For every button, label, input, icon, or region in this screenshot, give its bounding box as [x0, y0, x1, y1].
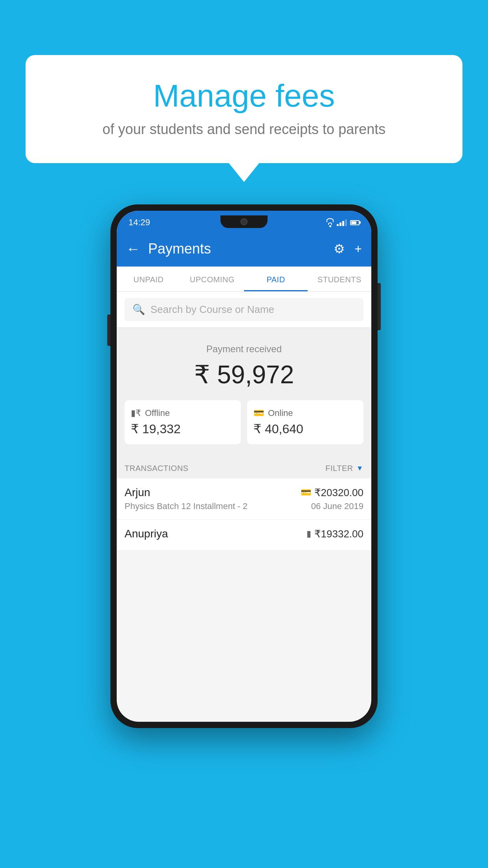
signal-bar-3	[342, 221, 344, 226]
wifi-arc-small	[328, 223, 332, 225]
transaction-amount-arjun: ₹20320.00	[314, 487, 363, 499]
settings-icon[interactable]: ⚙	[334, 241, 345, 256]
app-header: ← Payments ⚙ +	[117, 231, 371, 267]
phone-notch	[220, 215, 268, 228]
bubble-title: Manage fees	[45, 79, 443, 113]
phone-container: 14:29	[110, 204, 378, 728]
bubble-subtitle: of your students and send receipts to pa…	[45, 121, 443, 138]
filter-label: FILTER	[325, 464, 353, 473]
battery-icon	[350, 220, 360, 225]
signal-bars	[337, 219, 347, 226]
transaction-course-arjun: Physics Batch 12 Installment - 2	[125, 501, 248, 511]
transactions-label: TRANSACTIONS	[125, 464, 189, 473]
filter-button[interactable]: FILTER ▼	[325, 464, 363, 473]
transaction-amount-anupriya: ₹19332.00	[314, 528, 363, 540]
transaction-item-anupriya[interactable]: Anupriya ▮ ₹19332.00	[117, 520, 371, 551]
transaction-row2: Physics Batch 12 Installment - 2 06 June…	[125, 501, 363, 511]
transaction-name-anupriya: Anupriya	[125, 528, 168, 540]
status-icons	[327, 218, 360, 227]
online-card-header: 💳 Online	[253, 408, 357, 418]
tab-upcoming[interactable]: UPCOMING	[180, 267, 244, 291]
online-label: Online	[268, 408, 293, 418]
back-button[interactable]: ←	[126, 241, 140, 257]
battery-tip	[360, 221, 361, 224]
transaction-payment-icon-online: 💳	[301, 487, 311, 498]
camera	[240, 218, 248, 225]
tabs-container: UNPAID UPCOMING PAID STUDENTS	[117, 267, 371, 292]
phone-frame: 14:29	[110, 204, 378, 728]
wifi-icon	[327, 218, 334, 227]
search-container: 🔍 Search by Course or Name	[117, 292, 371, 328]
filter-icon: ▼	[356, 464, 363, 473]
signal-bar-2	[339, 223, 341, 226]
header-title: Payments	[148, 241, 326, 257]
tab-paid[interactable]: PAID	[244, 267, 308, 291]
volume-button	[107, 314, 110, 346]
transaction-payment-icon-offline: ▮	[306, 529, 311, 539]
offline-card-header: ▮₹ Offline	[131, 408, 235, 418]
transaction-date-arjun: 06 June 2019	[311, 501, 363, 511]
signal-bar-4	[345, 219, 347, 226]
offline-label: Offline	[145, 408, 170, 418]
wifi-arc-large	[327, 218, 334, 222]
offline-icon: ▮₹	[131, 408, 141, 418]
tab-unpaid[interactable]: UNPAID	[117, 267, 180, 291]
transaction-row1-anupriya: Anupriya ▮ ₹19332.00	[125, 528, 363, 540]
transaction-amount-row-anupriya: ▮ ₹19332.00	[306, 528, 363, 540]
payment-cards: ▮₹ Offline ₹ 19,332 💳 Online ₹ 40,640	[125, 400, 363, 444]
payment-received-label: Payment received	[125, 344, 363, 355]
power-button	[378, 283, 381, 330]
search-icon: 🔍	[132, 303, 145, 316]
transactions-header: TRANSACTIONS FILTER ▼	[117, 456, 371, 478]
add-button[interactable]: +	[354, 242, 362, 256]
payment-summary: Payment received ₹ 59,972 ▮₹ Offline ₹ 1…	[117, 328, 371, 456]
online-card: 💳 Online ₹ 40,640	[247, 400, 363, 444]
status-time: 14:29	[128, 217, 150, 228]
offline-amount: ₹ 19,332	[131, 421, 235, 436]
header-icons: ⚙ +	[334, 241, 362, 256]
online-icon: 💳	[253, 408, 264, 418]
transaction-amount-row: 💳 ₹20320.00	[301, 487, 363, 499]
phone-screen: 14:29	[117, 211, 371, 722]
wifi-dot	[329, 225, 331, 227]
transaction-row1: Arjun 💳 ₹20320.00	[125, 486, 363, 499]
payment-total-amount: ₹ 59,972	[125, 360, 363, 389]
transaction-item-arjun[interactable]: Arjun 💳 ₹20320.00 Physics Batch 12 Insta…	[117, 478, 371, 520]
online-amount: ₹ 40,640	[253, 421, 357, 436]
search-bar[interactable]: 🔍 Search by Course or Name	[125, 298, 363, 321]
speech-bubble-container: Manage fees of your students and send re…	[26, 55, 462, 163]
signal-bar-1	[337, 224, 339, 226]
search-placeholder: Search by Course or Name	[150, 303, 274, 316]
battery-fill	[351, 221, 356, 224]
offline-card: ▮₹ Offline ₹ 19,332	[125, 400, 241, 444]
tab-students[interactable]: STUDENTS	[308, 267, 371, 291]
speech-bubble: Manage fees of your students and send re…	[26, 55, 462, 163]
transaction-name-arjun: Arjun	[125, 486, 150, 499]
